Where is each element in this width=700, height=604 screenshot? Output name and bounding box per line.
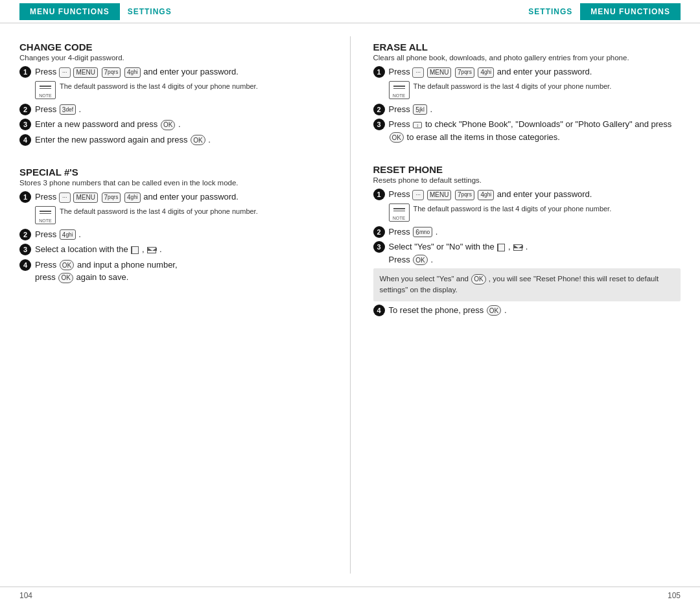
menu-dot-key: ··· bbox=[412, 190, 424, 200]
note-text: The default password is the last 4 digit… bbox=[60, 206, 258, 217]
key-ok: OK bbox=[413, 255, 427, 265]
erase-step3: 3 Press ↕ to check "Phone Book", "Downlo… bbox=[373, 118, 681, 143]
key-4: 4ghi bbox=[124, 67, 141, 78]
note-icon bbox=[35, 206, 56, 224]
erase-note: The default password is the last 4 digit… bbox=[389, 81, 681, 99]
key-6: 6mno bbox=[413, 227, 432, 237]
step-number: 1 bbox=[373, 66, 385, 78]
step-number: 2 bbox=[19, 229, 31, 240]
step-text: Press 3def . bbox=[35, 103, 327, 116]
menu-dot-key: ··· bbox=[59, 192, 71, 203]
special-step1: 1 Press ··· MENU 7pqrs 4ghi and enter yo… bbox=[19, 191, 327, 203]
settings-label-left: SETTINGS bbox=[120, 3, 180, 20]
book-nav-icon bbox=[497, 244, 505, 251]
envelope-nav-icon bbox=[513, 244, 522, 251]
page-footer: 104 105 bbox=[0, 587, 700, 604]
nav-icon: ↕ bbox=[413, 122, 422, 128]
menu-functions-badge-left: MENU FUNCTIONS bbox=[19, 3, 120, 20]
page-number-left: 104 bbox=[19, 591, 32, 600]
step-text: Press OK and input a phone number, press… bbox=[35, 259, 327, 284]
envelope-nav-icon bbox=[147, 247, 156, 253]
reset-phone-section: RESET PHONE Resets phone to default sett… bbox=[373, 159, 681, 319]
header-left: MENU FUNCTIONS SETTINGS bbox=[19, 0, 180, 23]
note-icon bbox=[389, 203, 410, 222]
special-numbers-desc: Stores 3 phone numbers that can be calle… bbox=[19, 179, 327, 187]
erase-all-section: ERASE ALL Clears all phone book, downloa… bbox=[373, 36, 681, 146]
key-7: 7pqrs bbox=[455, 190, 474, 200]
step-number: 1 bbox=[373, 189, 385, 200]
step-text: Press ↕ to check "Phone Book", "Download… bbox=[389, 118, 681, 143]
key-4: 4ghi bbox=[124, 192, 141, 203]
menu-functions-badge-right: MENU FUNCTIONS bbox=[580, 3, 681, 20]
step-number: 3 bbox=[19, 244, 31, 255]
note-text: The default password is the last 4 digit… bbox=[414, 81, 612, 92]
special-step2: 2 Press 4ghi . bbox=[19, 228, 327, 241]
step-number: 1 bbox=[19, 66, 31, 78]
step-number: 2 bbox=[373, 226, 385, 238]
step-number: 2 bbox=[373, 104, 385, 115]
reset-step2: 2 Press 6mno . bbox=[373, 226, 681, 238]
main-content: CHANGE CODE Changes your 4-digit passwor… bbox=[0, 23, 700, 587]
step-text: Press 6mno . bbox=[389, 226, 681, 238]
key-7: 7pqrs bbox=[455, 67, 474, 78]
key-7: 7pqrs bbox=[102, 192, 121, 203]
erase-all-title: ERASE ALL bbox=[373, 41, 681, 52]
key-ok: OK bbox=[60, 260, 74, 270]
change-code-step3: 3 Enter a new password and press OK . bbox=[19, 118, 327, 131]
step-text: Press ··· MENU 7pqrs 4ghi and enter your… bbox=[35, 65, 327, 78]
menu-key: MENU bbox=[73, 67, 97, 78]
special-note: The default password is the last 4 digit… bbox=[35, 206, 327, 224]
reset-phone-title: RESET PHONE bbox=[373, 164, 681, 175]
step-number: 3 bbox=[373, 119, 385, 130]
special-step4: 4 Press OK and input a phone number, pre… bbox=[19, 259, 327, 284]
special-numbers-section: SPECIAL #'S Stores 3 phone numbers that … bbox=[19, 161, 327, 286]
page-header: MENU FUNCTIONS SETTINGS SETTINGS MENU FU… bbox=[0, 0, 700, 23]
step-number: 3 bbox=[19, 119, 31, 130]
menu-key: MENU bbox=[73, 192, 97, 203]
step-text: Press 5jkl . bbox=[389, 103, 681, 116]
special-step3: 3 Select a location with the , . bbox=[19, 243, 327, 256]
key-ok: OK bbox=[487, 305, 501, 316]
step-text: Press ··· MENU 7pqrs 4ghi and enter your… bbox=[389, 188, 681, 201]
step-text: Press ··· MENU 7pqrs 4ghi and enter your… bbox=[35, 191, 327, 203]
reset-step1: 1 Press ··· MENU 7pqrs 4ghi and enter yo… bbox=[373, 188, 681, 201]
menu-key: MENU bbox=[427, 67, 451, 78]
key-4: 4ghi bbox=[478, 190, 494, 200]
reset-note: The default password is the last 4 digit… bbox=[389, 203, 681, 222]
step-text: Press 4ghi . bbox=[35, 228, 327, 241]
note-icon bbox=[35, 81, 56, 99]
change-code-note: The default password is the last 4 digit… bbox=[35, 81, 327, 99]
menu-key: MENU bbox=[427, 190, 451, 200]
step-text: To reset the phone, press OK . bbox=[389, 304, 681, 317]
step-text: Press ··· MENU 7pqrs 4ghi and enter your… bbox=[389, 65, 681, 78]
key-ok: OK bbox=[161, 120, 175, 130]
reset-phone-desc: Resets phone to default settings. bbox=[373, 176, 681, 184]
change-code-step2: 2 Press 3def . bbox=[19, 103, 327, 116]
reset-step3a: 3 Select "Yes" or "No" with the , . Pres… bbox=[373, 240, 681, 266]
column-divider bbox=[350, 36, 351, 574]
key-ok: OK bbox=[191, 135, 205, 145]
left-column: CHANGE CODE Changes your 4-digit passwor… bbox=[19, 36, 327, 574]
step-text: Enter the new password again and press O… bbox=[35, 134, 327, 146]
page-number-right: 105 bbox=[668, 591, 681, 600]
erase-step1: 1 Press ··· MENU 7pqrs 4ghi and enter yo… bbox=[373, 65, 681, 78]
book-nav-icon bbox=[131, 246, 139, 254]
key-7: 7pqrs bbox=[102, 67, 121, 78]
special-numbers-title: SPECIAL #'S bbox=[19, 167, 327, 178]
change-code-desc: Changes your 4-digit password. bbox=[19, 54, 327, 62]
key-ok: OK bbox=[58, 273, 73, 283]
change-code-title: CHANGE CODE bbox=[19, 41, 327, 52]
key-5: 5jkl bbox=[413, 104, 426, 115]
menu-dot-key: ··· bbox=[59, 67, 71, 78]
change-code-step4: 4 Enter the new password again and press… bbox=[19, 134, 327, 146]
step-text: Select "Yes" or "No" with the , . Press … bbox=[389, 240, 681, 266]
change-code-step1: 1 Press ··· MENU 7pqrs 4ghi and enter yo… bbox=[19, 65, 327, 78]
change-code-section: CHANGE CODE Changes your 4-digit passwor… bbox=[19, 36, 327, 148]
reset-info-box: When you select "Yes" and OK , you will … bbox=[373, 268, 681, 301]
step-number: 4 bbox=[19, 259, 31, 271]
menu-dot-key: ··· bbox=[412, 67, 424, 78]
header-right: SETTINGS MENU FUNCTIONS bbox=[520, 0, 681, 23]
note-text: The default password is the last 4 digit… bbox=[60, 81, 258, 92]
step-number: 3 bbox=[373, 241, 385, 253]
key-ok: OK bbox=[471, 274, 485, 285]
